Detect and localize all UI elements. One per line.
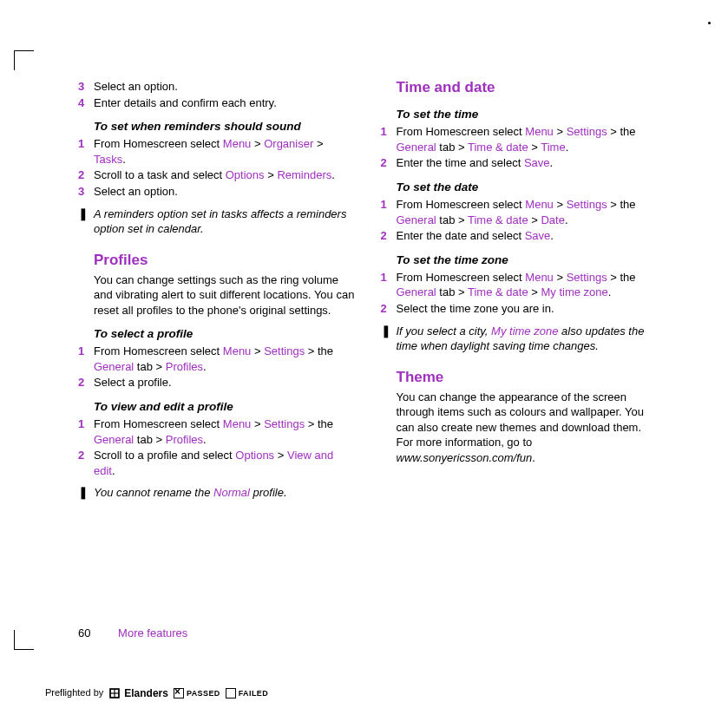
- theme-text: You can change the appearance of the scr…: [397, 390, 659, 466]
- step-text: Scroll to a profile and select Options >…: [94, 448, 357, 478]
- note-text: A reminders option set in tasks affects …: [94, 207, 357, 237]
- elanders-logo: Elanders: [108, 686, 168, 700]
- page-number: 60: [78, 626, 90, 639]
- passed-checkbox: PASSED: [174, 688, 220, 698]
- step-num: 1: [78, 416, 94, 447]
- subheading: To set the time: [397, 107, 659, 122]
- step-text: From Homescreen select Menu > Settings >…: [397, 197, 659, 227]
- step-num: 2: [381, 301, 397, 317]
- set-tz-steps: 1 From Homescreen select Menu > Settings…: [381, 270, 659, 317]
- step-num: 2: [78, 167, 94, 183]
- page-footer: 60 More features: [78, 626, 187, 641]
- theme-url: www.sonyericsson.com/fun: [397, 451, 533, 464]
- step-text: Enter the date and select Save.: [397, 228, 659, 244]
- set-date-steps: 1 From Homescreen select Menu > Settings…: [381, 197, 659, 244]
- step-num: 3: [78, 79, 94, 95]
- step-num: 2: [381, 228, 397, 244]
- note-text: If you select a city, My time zone also …: [397, 324, 659, 354]
- subheading: To select a profile: [94, 326, 357, 342]
- step-text: Select an option.: [94, 184, 357, 200]
- svg-rect-4: [115, 693, 119, 697]
- step-text: Select an option.: [94, 79, 357, 95]
- step-text: From Homescreen select Menu > Settings >…: [397, 124, 659, 154]
- svg-rect-3: [111, 693, 115, 697]
- preflight-bar: Preflighted by Elanders PASSED FAILED: [45, 686, 268, 700]
- subheading: To view and edit a profile: [94, 399, 357, 415]
- profiles-intro: You can change settings such as the ring…: [94, 272, 357, 318]
- step-text: Select a profile.: [94, 375, 357, 390]
- heading-profiles: Profiles: [94, 251, 357, 271]
- step-num: 2: [78, 448, 94, 478]
- note-block: ❚ If you select a city, My time zone als…: [381, 324, 659, 354]
- step-num: 3: [78, 184, 94, 200]
- subheading: To set the date: [397, 180, 659, 195]
- section-title: More features: [118, 626, 187, 639]
- subheading: To set when reminders should sound: [94, 119, 357, 134]
- failed-checkbox: FAILED: [226, 688, 268, 698]
- left-column: 3Select an option. 4Enter details and co…: [78, 78, 357, 615]
- step-text: Enter the time and select Save.: [397, 155, 659, 171]
- heading-theme: Theme: [397, 368, 659, 388]
- step-text: Enter details and confirm each entry.: [94, 95, 357, 111]
- note-icon: ❚: [381, 324, 397, 354]
- registration-dot: [708, 22, 711, 24]
- steps-continued: 3Select an option. 4Enter details and co…: [78, 79, 357, 110]
- logo-icon: [108, 687, 121, 699]
- step-text: Scroll to a task and select Options > Re…: [94, 167, 357, 183]
- checkbox-empty-icon: [226, 688, 236, 698]
- step-num: 1: [381, 124, 397, 154]
- view-edit-steps: 1 From Homescreen select Menu > Settings…: [78, 416, 357, 478]
- set-time-steps: 1 From Homescreen select Menu > Settings…: [381, 124, 659, 171]
- step-text: Select the time zone you are in.: [397, 301, 659, 317]
- crop-mark-tl: [14, 50, 34, 70]
- heading-timedate: Time and date: [397, 78, 659, 98]
- note-block: ❚ A reminders option set in tasks affect…: [78, 207, 357, 237]
- right-column: Time and date To set the time 1 From Hom…: [381, 78, 659, 615]
- page-content: 3Select an option. 4Enter details and co…: [78, 78, 659, 615]
- step-num: 1: [381, 197, 397, 227]
- step-num: 2: [78, 375, 94, 390]
- step-text: From Homescreen select Menu > Settings >…: [94, 344, 357, 374]
- step-num: 4: [78, 95, 94, 111]
- note-block: ❚ You cannot rename the Normal profile.: [78, 485, 357, 501]
- step-num: 1: [78, 136, 94, 167]
- step-text: From Homescreen select Menu > Organiser …: [94, 136, 357, 167]
- crop-mark-bl: [14, 630, 34, 650]
- checkbox-checked-icon: [174, 688, 184, 698]
- step-num: 1: [78, 344, 94, 374]
- preflight-label: Preflighted by: [45, 686, 103, 699]
- step-num: 2: [381, 155, 397, 171]
- step-num: 1: [381, 270, 397, 300]
- step-text: From Homescreen select Menu > Settings >…: [397, 270, 659, 300]
- svg-rect-2: [115, 690, 119, 693]
- subheading: To set the time zone: [397, 253, 659, 268]
- note-text: You cannot rename the Normal profile.: [94, 485, 357, 501]
- step-text: From Homescreen select Menu > Settings >…: [94, 416, 357, 447]
- note-icon: ❚: [78, 207, 94, 237]
- reminder-steps: 1 From Homescreen select Menu > Organise…: [78, 136, 357, 199]
- svg-rect-1: [111, 690, 115, 693]
- note-icon: ❚: [78, 485, 94, 501]
- select-profile-steps: 1 From Homescreen select Menu > Settings…: [78, 344, 357, 390]
